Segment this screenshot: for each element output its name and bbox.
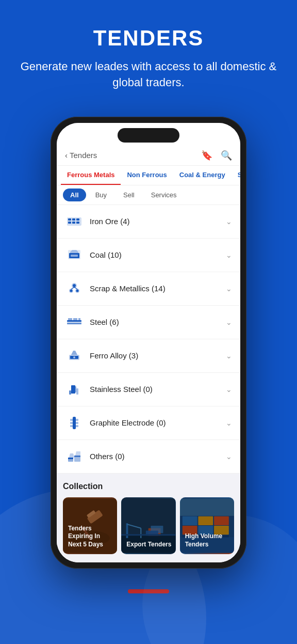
svg-rect-5 xyxy=(72,222,75,224)
coal-label: Coal (10) xyxy=(90,250,226,259)
sub-tabs: All Buy Sell Services xyxy=(57,185,240,205)
svg-rect-33 xyxy=(70,422,78,424)
app-content: ‹ Tenders 🔖 🔍 Ferrous Metals Non Ferrous… xyxy=(57,146,240,562)
graphite-electrode-label: Graphite Electrode (0) xyxy=(90,418,226,427)
svg-rect-19 xyxy=(67,320,81,322)
ferro-alloy-icon xyxy=(65,347,84,365)
svg-rect-21 xyxy=(68,318,72,320)
nav-back-label: Tenders xyxy=(70,151,97,160)
nav-icons-group: 🔖 🔍 xyxy=(201,150,232,161)
subtab-sell[interactable]: Sell xyxy=(116,189,142,201)
scrap-metallics-icon xyxy=(65,279,84,298)
chevron-down-icon: ⌄ xyxy=(226,251,232,259)
hero-subtitle: Generate new leades with access to all d… xyxy=(15,59,282,91)
list-item[interactable]: Stainless Steel (0) ⌄ xyxy=(57,373,240,406)
list-item[interactable]: Iron Ore (4) ⌄ xyxy=(57,205,240,239)
svg-rect-22 xyxy=(73,318,77,320)
chevron-down-icon: ⌄ xyxy=(226,217,232,226)
nav-back-button[interactable]: ‹ Tenders xyxy=(65,151,97,160)
phone-frame: ‹ Tenders 🔖 🔍 Ferrous Metals Non Ferrous… xyxy=(51,117,246,569)
list-item[interactable]: Scrap & Metallics (14) ⌄ xyxy=(57,272,240,306)
bookmark-icon[interactable]: 🔖 xyxy=(201,150,212,161)
nav-bar: ‹ Tenders 🔖 🔍 xyxy=(57,146,240,166)
svg-rect-1 xyxy=(68,218,71,221)
svg-point-15 xyxy=(76,289,79,292)
tab-non-ferrous[interactable]: Non Ferrous xyxy=(121,166,173,185)
hero-title: TENDERS xyxy=(15,26,282,51)
back-chevron-icon: ‹ xyxy=(65,151,68,160)
svg-point-26 xyxy=(73,356,75,358)
svg-rect-28 xyxy=(73,386,76,392)
card-label-expiring: Tenders Expiring In Next 5 Days xyxy=(68,525,114,549)
svg-point-14 xyxy=(70,289,73,292)
svg-rect-4 xyxy=(68,222,71,224)
collection-cards: Tenders Expiring In Next 5 Days xyxy=(63,497,234,554)
svg-rect-9 xyxy=(71,255,78,257)
others-label: Others (0) xyxy=(90,452,226,461)
chevron-down-icon: ⌄ xyxy=(226,452,232,461)
status-bar xyxy=(57,123,240,146)
list-item[interactable]: Graphite Electrode (0) ⌄ xyxy=(57,406,240,440)
subtab-services[interactable]: Services xyxy=(144,189,184,201)
bottom-red-bar xyxy=(128,589,169,593)
svg-rect-3 xyxy=(76,218,79,221)
svg-rect-30 xyxy=(76,388,78,395)
svg-rect-29 xyxy=(69,390,71,395)
iron-ore-label: Iron Ore (4) xyxy=(90,217,226,226)
card-label-export: Export Tenders xyxy=(126,541,172,549)
tab-coal-energy[interactable]: Coal & Energy xyxy=(173,166,232,185)
collection-title: Collection xyxy=(63,482,234,491)
list-item[interactable]: Steel (6) ⌄ xyxy=(57,306,240,339)
phone-notch xyxy=(118,128,179,143)
chevron-down-icon: ⌄ xyxy=(226,385,232,394)
svg-rect-2 xyxy=(72,218,75,221)
list-item[interactable]: Others (0) ⌄ xyxy=(57,440,240,474)
graphite-electrode-icon xyxy=(65,414,84,432)
svg-point-13 xyxy=(73,284,76,287)
svg-rect-38 xyxy=(74,455,80,457)
steel-label: Steel (6) xyxy=(90,318,226,326)
subtab-all[interactable]: All xyxy=(63,189,86,201)
tab-ferrous-metals[interactable]: Ferrous Metals xyxy=(61,166,121,185)
collection-section: Collection xyxy=(57,474,240,562)
iron-ore-icon xyxy=(65,212,84,231)
category-tabs: Ferrous Metals Non Ferrous Coal & Energy… xyxy=(57,166,240,185)
list-item[interactable]: Coal (10) ⌄ xyxy=(57,239,240,272)
chevron-down-icon: ⌄ xyxy=(226,419,232,427)
svg-rect-36 xyxy=(68,458,73,459)
svg-rect-32 xyxy=(70,419,78,421)
tab-scrap-recy[interactable]: Scrap Recy… xyxy=(232,166,240,185)
search-icon[interactable]: 🔍 xyxy=(221,150,232,161)
chevron-down-icon: ⌄ xyxy=(226,285,232,293)
chevron-down-icon: ⌄ xyxy=(226,352,232,360)
stainless-steel-label: Stainless Steel (0) xyxy=(90,385,226,394)
svg-rect-34 xyxy=(70,425,78,427)
collection-card-expiring[interactable]: Tenders Expiring In Next 5 Days xyxy=(63,497,117,554)
phone-screen: ‹ Tenders 🔖 🔍 Ferrous Metals Non Ferrous… xyxy=(57,123,240,562)
svg-rect-20 xyxy=(67,323,81,324)
card-label-highvolume: High Volume Tenders xyxy=(185,532,231,548)
stainless-steel-icon xyxy=(65,380,84,399)
steel-icon xyxy=(65,313,84,332)
scrap-metallics-label: Scrap & Metallics (14) xyxy=(90,284,226,293)
collection-card-export[interactable]: Export Tenders xyxy=(121,497,175,554)
phone-mockup: ‹ Tenders 🔖 🔍 Ferrous Metals Non Ferrous… xyxy=(0,106,297,584)
tender-list: Iron Ore (4) ⌄ Coa xyxy=(57,205,240,474)
coal-icon xyxy=(65,246,84,264)
svg-rect-23 xyxy=(78,318,80,320)
subtab-buy[interactable]: Buy xyxy=(88,189,114,201)
ferro-alloy-label: Ferro Alloy (3) xyxy=(90,351,226,360)
collection-card-highvolume[interactable]: High Volume Tenders xyxy=(180,497,234,554)
others-icon xyxy=(65,447,84,466)
list-item[interactable]: Ferro Alloy (3) ⌄ xyxy=(57,339,240,373)
svg-rect-6 xyxy=(76,222,79,224)
hero-section: TENDERS Generate new leades with access … xyxy=(0,0,297,106)
chevron-down-icon: ⌄ xyxy=(226,318,232,326)
